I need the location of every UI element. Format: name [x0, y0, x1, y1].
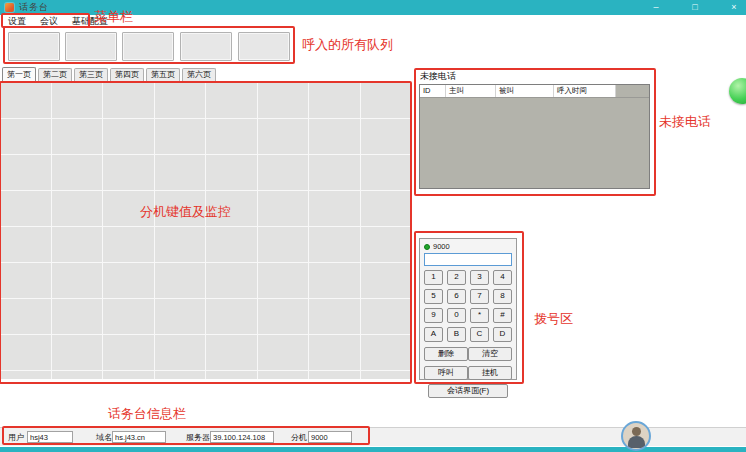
extension-cell[interactable] [258, 335, 309, 370]
dialpad-key-D[interactable]: D [493, 327, 512, 342]
extension-cell[interactable] [206, 299, 257, 334]
extension-cell[interactable] [103, 335, 154, 370]
extension-cell[interactable] [258, 155, 309, 190]
clear-button[interactable]: 清空 [468, 347, 512, 361]
queue-slot-4[interactable] [180, 32, 232, 61]
extension-cell[interactable] [103, 263, 154, 298]
tab-page-6[interactable]: 第六页 [182, 68, 216, 81]
tab-page-3[interactable]: 第三页 [74, 68, 108, 81]
extension-cell[interactable] [309, 119, 360, 154]
missed-calls-column-1[interactable]: ID [420, 85, 446, 97]
extension-cell[interactable] [0, 371, 51, 379]
extension-cell[interactable] [103, 299, 154, 334]
extension-cell[interactable] [52, 155, 103, 190]
extension-cell[interactable] [309, 299, 360, 334]
extension-cell[interactable] [0, 83, 51, 118]
extension-cell[interactable] [52, 83, 103, 118]
extension-cell[interactable] [361, 83, 412, 118]
extension-cell[interactable] [155, 83, 206, 118]
close-button[interactable]: × [728, 0, 740, 15]
extension-cell[interactable] [155, 263, 206, 298]
extension-cell[interactable] [206, 335, 257, 370]
dialpad-key-hash[interactable]: # [493, 308, 512, 323]
dialpad-key-9[interactable]: 9 [424, 308, 443, 323]
status-ball-icon[interactable] [729, 78, 746, 104]
tab-page-1[interactable]: 第一页 [2, 67, 36, 81]
extension-cell[interactable] [0, 227, 51, 262]
missed-calls-body[interactable] [420, 98, 649, 189]
dialpad-key-8[interactable]: 8 [493, 289, 512, 304]
missed-calls-column-2[interactable]: 主叫 [446, 85, 496, 97]
extension-cell[interactable] [361, 119, 412, 154]
server-field[interactable] [210, 431, 274, 443]
extension-cell[interactable] [155, 155, 206, 190]
dialpad-key-star[interactable]: * [470, 308, 489, 323]
extension-cell[interactable] [0, 155, 51, 190]
extension-cell[interactable] [361, 263, 412, 298]
extension-cell[interactable] [258, 227, 309, 262]
extension-cell[interactable] [103, 119, 154, 154]
extension-cell[interactable] [361, 191, 412, 226]
extension-cell[interactable] [0, 263, 51, 298]
extension-cell[interactable] [0, 335, 51, 370]
tab-page-2[interactable]: 第二页 [38, 68, 72, 81]
dial-input[interactable] [424, 253, 512, 266]
extension-cell[interactable] [258, 83, 309, 118]
tab-page-4[interactable]: 第四页 [110, 68, 144, 81]
extension-cell[interactable] [309, 371, 360, 379]
extension-cell[interactable] [206, 263, 257, 298]
queue-slot-1[interactable] [8, 32, 60, 61]
extension-cell[interactable] [0, 119, 51, 154]
minimize-button[interactable]: – [650, 0, 662, 15]
extension-cell[interactable] [309, 263, 360, 298]
extension-cell[interactable] [309, 191, 360, 226]
extension-cell[interactable] [52, 119, 103, 154]
extension-cell[interactable] [258, 371, 309, 379]
missed-calls-column-3[interactable]: 被叫 [496, 85, 554, 97]
menu-item-settings[interactable]: 设置 [8, 15, 26, 28]
extension-cell[interactable] [103, 155, 154, 190]
extension-cell[interactable] [361, 299, 412, 334]
extension-cell[interactable] [0, 299, 51, 334]
dialpad-key-4[interactable]: 4 [493, 270, 512, 285]
dialpad-key-5[interactable]: 5 [424, 289, 443, 304]
maximize-button[interactable]: □ [689, 0, 701, 15]
extension-cell[interactable] [309, 83, 360, 118]
extension-cell[interactable] [309, 227, 360, 262]
dialpad-key-A[interactable]: A [424, 327, 443, 342]
extension-cell[interactable] [103, 83, 154, 118]
call-button[interactable]: 呼叫 [424, 366, 468, 380]
extension-cell[interactable] [52, 371, 103, 379]
tab-page-5[interactable]: 第五页 [146, 68, 180, 81]
user-field[interactable] [27, 431, 73, 443]
queue-slot-2[interactable] [65, 32, 117, 61]
extension-cell[interactable] [206, 371, 257, 379]
missed-calls-column-4[interactable]: 呼入时间 [554, 85, 616, 97]
dialpad-key-B[interactable]: B [447, 327, 466, 342]
menu-item-conference[interactable]: 会议 [40, 15, 58, 28]
extension-cell[interactable] [103, 191, 154, 226]
session-view-button[interactable]: 会话界面(F) [428, 384, 508, 398]
hangup-button[interactable]: 挂机 [468, 366, 512, 380]
extension-cell[interactable] [103, 227, 154, 262]
extension-cell[interactable] [361, 227, 412, 262]
extension-cell[interactable] [206, 155, 257, 190]
dialpad-key-7[interactable]: 7 [470, 289, 489, 304]
extension-cell[interactable] [155, 335, 206, 370]
extension-cell[interactable] [155, 299, 206, 334]
extension-cell[interactable] [52, 335, 103, 370]
extension-cell[interactable] [103, 371, 154, 379]
dialpad-key-3[interactable]: 3 [470, 270, 489, 285]
extension-cell[interactable] [258, 299, 309, 334]
delete-button[interactable]: 删除 [424, 347, 468, 361]
dialpad-key-1[interactable]: 1 [424, 270, 443, 285]
taskbar-operator-icon[interactable] [621, 421, 651, 451]
extension-cell[interactable] [361, 335, 412, 370]
dialpad-key-2[interactable]: 2 [447, 270, 466, 285]
extension-cell[interactable] [206, 83, 257, 118]
queue-slot-5[interactable] [238, 32, 290, 61]
extension-cell[interactable] [155, 227, 206, 262]
menu-item-basic-config[interactable]: 基础配置 [72, 15, 108, 28]
extension-cell[interactable] [309, 335, 360, 370]
dialpad-key-C[interactable]: C [470, 327, 489, 342]
